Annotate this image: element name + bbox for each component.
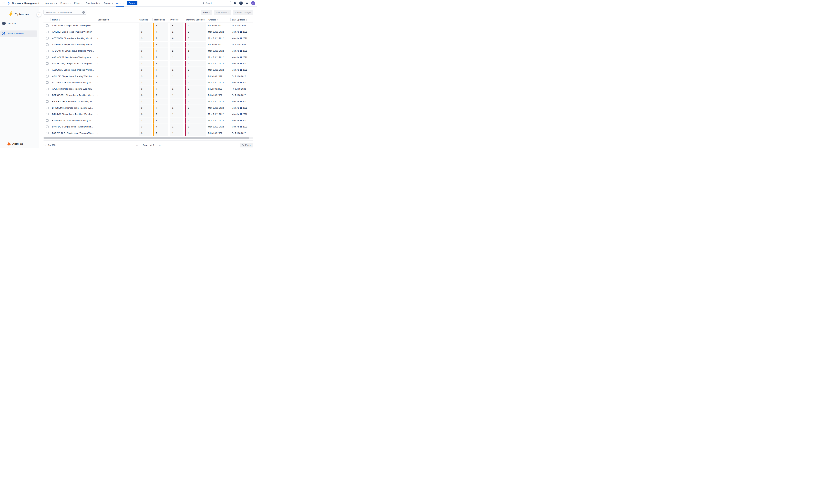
created-date: Fri Jul 08 2022	[207, 43, 231, 46]
column-header-created[interactable]: Created	[207, 18, 231, 21]
created-date: Mon Jul 11 2022	[207, 56, 231, 58]
row-checkbox[interactable]	[46, 56, 49, 58]
checkbox-cell	[43, 124, 50, 130]
row-checkbox[interactable]	[46, 24, 49, 27]
transitions-cell: 7	[152, 79, 169, 86]
last-updated-date: Mon Jul 11 2022	[231, 31, 254, 33]
export-button[interactable]: Export	[240, 143, 254, 147]
row-checkbox[interactable]	[46, 43, 49, 46]
checkbox-cell	[43, 79, 50, 86]
global-search[interactable]	[201, 1, 231, 5]
workflow-search[interactable]: ✕	[43, 10, 86, 15]
app-switcher-icon[interactable]	[2, 1, 6, 5]
row-checkbox[interactable]	[46, 62, 49, 65]
global-search-input[interactable]	[206, 2, 229, 4]
workflow-schemes-cell: 1	[184, 92, 207, 98]
statuses-cell: 3	[138, 98, 152, 105]
statuses-cell: 3	[138, 67, 152, 73]
appfox-label: AppFox	[12, 142, 23, 145]
nav-item-dashboards[interactable]: Dashboards	[84, 0, 102, 7]
statuses-cell: 3	[138, 79, 152, 86]
sidebar-divider	[0, 29, 39, 29]
created-date: Mon Jul 11 2022	[207, 113, 231, 115]
row-checkbox[interactable]	[46, 31, 49, 33]
transitions-cell: 7	[152, 124, 169, 130]
page-indicator: Page 1 of 6	[143, 144, 154, 146]
workflow-schemes-cell: 1	[184, 29, 207, 35]
view-dropdown-button[interactable]: View	[201, 10, 212, 15]
review-changes-button[interactable]: Review changes	[233, 10, 254, 15]
clear-search-icon[interactable]: ✕	[82, 11, 85, 14]
row-checkbox[interactable]	[46, 119, 49, 122]
workflow-name: AYLFJR: Simple Issue Tracking Workflow	[50, 88, 96, 90]
row-checkbox[interactable]	[46, 113, 49, 115]
workflow-name: BKDVGGLMC: Simple Issue Tracking Work...	[50, 119, 96, 122]
row-checkbox[interactable]	[46, 107, 49, 109]
table-row: ASULSF: Simple Issue Tracking Workflow-3…	[43, 73, 254, 79]
projects-cell: 1	[169, 60, 184, 67]
projects-cell: 6	[169, 35, 184, 41]
nav-item-filters[interactable]: Filters	[72, 0, 84, 7]
last-updated-date: Mon Jul 11 2022	[231, 37, 254, 39]
projects-cell: 1	[169, 79, 184, 86]
workflow-name: AAACYGHU: Simple Issue Tracking Workfl..…	[50, 24, 96, 27]
row-checkbox[interactable]	[46, 94, 49, 96]
table-row: BIRKIVX: Simple Issue Tracking Workflow-…	[43, 111, 254, 117]
sidebar-item-active-workflows[interactable]: Active Workflows	[0, 30, 37, 37]
column-header-name[interactable]: Name	[50, 18, 96, 21]
workflow-schemes-cell: 7	[184, 35, 207, 41]
create-button[interactable]: Create	[127, 1, 137, 5]
row-checkbox[interactable]	[46, 81, 49, 84]
nav-item-people[interactable]: People	[102, 0, 114, 7]
transitions-cell: 7	[152, 92, 169, 98]
column-header-transitions: Transitions	[152, 18, 169, 21]
product-title: Jira Work Management	[12, 2, 39, 5]
notifications-button[interactable]	[233, 1, 237, 5]
product-home-link[interactable]: Jira Work Management	[7, 2, 39, 5]
transitions-cell: 7	[152, 41, 169, 48]
row-checkbox[interactable]	[46, 126, 49, 128]
workflow-description: -	[96, 107, 138, 109]
workflow-schemes-cell: 1	[184, 79, 207, 86]
workflow-description: -	[96, 81, 138, 84]
column-header-last-updated[interactable]: Last Updated	[231, 18, 254, 21]
settings-button[interactable]	[245, 1, 249, 5]
row-checkbox[interactable]	[46, 50, 49, 52]
last-updated-date: Fri Jul 08 2022	[231, 132, 254, 134]
projects-cell: 1	[169, 73, 184, 79]
row-checkbox[interactable]	[46, 37, 49, 39]
help-button[interactable]: ?	[239, 1, 243, 5]
workflow-name: AEOTLOQ: Simple Issue Tracking Workflow	[50, 43, 96, 46]
statuses-cell: 3	[138, 111, 152, 117]
row-checkbox[interactable]	[46, 100, 49, 103]
previous-page-button[interactable]: ←	[136, 144, 138, 146]
bulk-action-dropdown-button[interactable]: Bulk action	[214, 10, 231, 15]
next-page-button[interactable]: →	[158, 144, 161, 146]
transitions-cell: 7	[152, 60, 169, 67]
transitions-cell: 7	[152, 86, 169, 92]
row-checkbox[interactable]	[46, 69, 49, 71]
appfox-brand: AppFox	[7, 142, 23, 146]
nav-item-projects[interactable]: Projects	[59, 0, 72, 7]
table-row: AAIERLI: Simple Issue Tracking Workflow-…	[43, 29, 254, 35]
row-checkbox[interactable]	[46, 75, 49, 78]
toolbar: ✕ View Bulk action Review changes	[43, 10, 254, 15]
workflow-search-input[interactable]	[45, 11, 82, 14]
sort-icon	[59, 19, 60, 21]
transitions-cell: 7	[152, 35, 169, 41]
workflow-schemes-cell: 1	[184, 98, 207, 105]
nav-item-apps[interactable]: Apps	[114, 0, 125, 7]
row-checkbox[interactable]	[46, 88, 49, 90]
table-body: AAACYGHU: Simple Issue Tracking Workfl..…	[43, 22, 254, 136]
scrollbar-thumb[interactable]	[43, 137, 249, 139]
workflow-description: -	[96, 113, 138, 115]
user-avatar[interactable]: JR	[251, 1, 255, 5]
sidebar-collapse-button[interactable]: ‹	[37, 12, 41, 17]
go-back-button[interactable]: ← Go back	[2, 22, 39, 25]
workflow-description: -	[96, 75, 138, 78]
workflow-schemes-cell: 1	[184, 67, 207, 73]
last-updated-date: Mon Jul 11 2022	[231, 81, 254, 84]
nav-item-your-work[interactable]: Your work	[43, 0, 59, 7]
transitions-cell: 7	[152, 54, 169, 60]
row-checkbox[interactable]	[46, 132, 49, 134]
